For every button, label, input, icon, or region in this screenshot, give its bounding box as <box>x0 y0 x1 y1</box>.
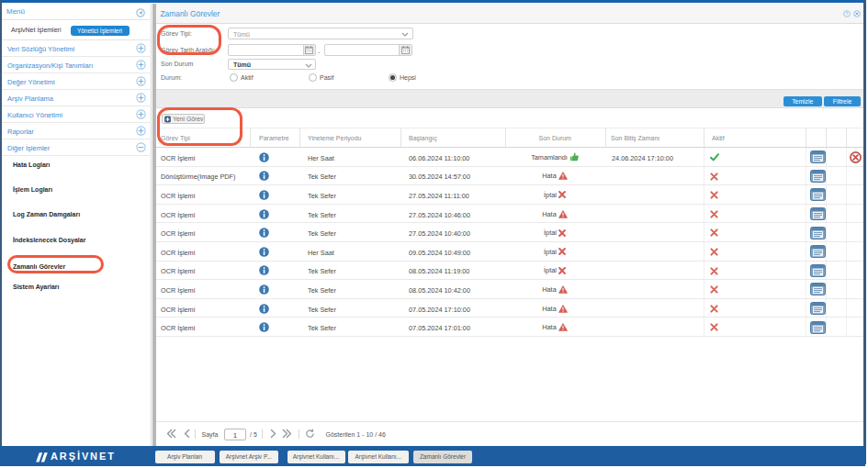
svg-text:?: ? <box>845 11 848 17</box>
